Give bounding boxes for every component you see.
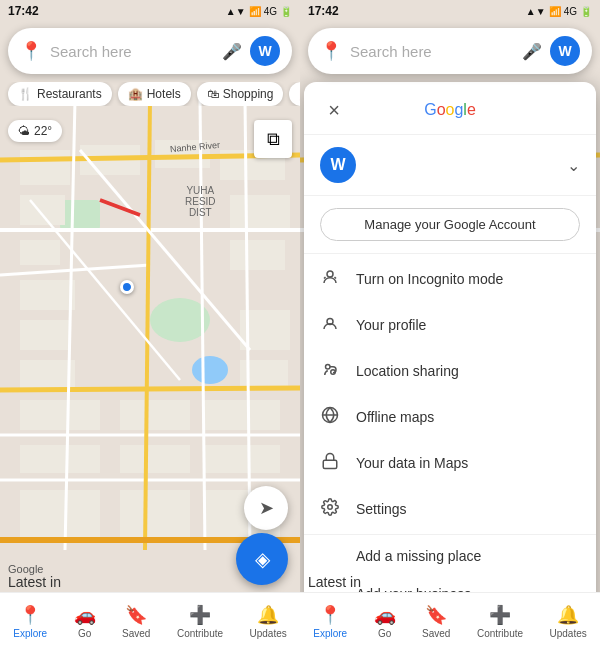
network-icon-left: ▲▼ (226, 6, 246, 17)
svg-rect-17 (20, 400, 100, 430)
svg-rect-4 (20, 150, 70, 185)
svg-point-1 (192, 356, 228, 384)
restaurants-icon: 🍴 (18, 87, 33, 101)
your-data-label: Your data in Maps (356, 455, 580, 471)
svg-rect-20 (20, 445, 100, 473)
modal-header: × Google (304, 82, 596, 135)
user-section: W ⌄ (304, 135, 596, 196)
search-bar-right[interactable]: 📍 Search here 🎤 W (308, 28, 592, 74)
navigate-icon: ➤ (259, 497, 274, 519)
menu-item-offline-maps[interactable]: Offline maps (304, 394, 596, 440)
status-icons-left: ▲▼ 📶 4G 🔋 (226, 6, 292, 17)
pill-gas[interactable]: ⛽ Gas (289, 82, 300, 106)
svg-point-55 (326, 365, 331, 370)
explore-icon-left: 📍 (19, 604, 41, 626)
menu-item-profile[interactable]: Your profile (304, 302, 596, 348)
svg-rect-12 (20, 280, 75, 310)
pill-shopping[interactable]: 🛍 Shopping (197, 82, 284, 106)
saved-icon-right: 🔖 (425, 604, 447, 626)
maps-pin-icon-right: 📍 (320, 40, 342, 62)
svg-point-59 (328, 505, 333, 510)
tab-explore-right[interactable]: 📍 Explore (313, 604, 347, 639)
network-type-left: 4G (264, 6, 277, 17)
weather-badge[interactable]: 🌤 22° (8, 120, 62, 142)
explore-label-left: Explore (13, 628, 47, 639)
weather-temp: 22° (34, 124, 52, 138)
category-pills: 🍴 Restaurants 🏨 Hotels 🛍 Shopping ⛽ Gas (0, 82, 300, 106)
navigate-button[interactable]: ➤ (244, 486, 288, 530)
maps-fab[interactable]: ◈ (236, 533, 288, 585)
battery-icon-left: 🔋 (280, 6, 292, 17)
tab-updates-left[interactable]: 🔔 Updates (250, 604, 287, 639)
svg-rect-58 (323, 460, 337, 468)
weather-icon: 🌤 (18, 124, 30, 138)
profile-label: Your profile (356, 317, 580, 333)
contribute-label-left: Contribute (177, 628, 223, 639)
tab-contribute-left[interactable]: ➕ Contribute (177, 604, 223, 639)
svg-rect-19 (205, 400, 280, 430)
maps-pin-icon: 📍 (20, 40, 42, 62)
hotels-icon: 🏨 (128, 87, 143, 101)
location-dot (120, 280, 134, 294)
svg-line-29 (0, 388, 300, 390)
tab-go-left[interactable]: 🚗 Go (74, 604, 96, 639)
svg-rect-14 (20, 360, 75, 388)
maps-fab-icon: ◈ (255, 547, 270, 571)
avatar-right[interactable]: W (550, 36, 580, 66)
time-right: 17:42 (308, 4, 339, 18)
latest-text-right: Latest in (308, 574, 361, 590)
svg-rect-10 (230, 195, 290, 230)
menu-item-settings[interactable]: Settings (304, 486, 596, 532)
right-modal-panel: 17:42 ▲▼ 📶 4G 🔋 📍 Search here 🎤 W × Goog… (300, 0, 600, 650)
pill-shopping-label: Shopping (223, 87, 274, 101)
search-input-left[interactable]: Search here (50, 43, 222, 60)
location-sharing-label: Location sharing (356, 363, 580, 379)
tab-updates-right[interactable]: 🔔 Updates (550, 604, 587, 639)
svg-rect-18 (120, 400, 190, 430)
svg-rect-13 (20, 320, 70, 350)
tab-saved-left[interactable]: 🔖 Saved (122, 604, 150, 639)
add-missing-place-item[interactable]: Add a missing place (304, 537, 596, 575)
status-bar-right: 17:42 ▲▼ 📶 4G 🔋 (300, 0, 600, 22)
menu-item-location-sharing[interactable]: Location sharing (304, 348, 596, 394)
time-left: 17:42 (8, 4, 39, 18)
google-logo-left: Google (8, 563, 43, 575)
updates-icon-right: 🔔 (557, 604, 579, 626)
chevron-down-icon[interactable]: ⌄ (567, 156, 580, 175)
location-sharing-icon (320, 360, 340, 382)
search-bar-left[interactable]: 📍 Search here 🎤 W (8, 28, 292, 74)
menu-divider-2 (304, 534, 596, 535)
tab-contribute-right[interactable]: ➕ Contribute (477, 604, 523, 639)
google-logo-modal: Google (424, 101, 476, 119)
manage-account-button[interactable]: Manage your Google Account (320, 208, 580, 241)
incognito-label: Turn on Incognito mode (356, 271, 580, 287)
network-icon-right: ▲▼ (526, 6, 546, 17)
contribute-label-right: Contribute (477, 628, 523, 639)
pill-restaurants[interactable]: 🍴 Restaurants (8, 82, 112, 106)
pill-hotels[interactable]: 🏨 Hotels (118, 82, 191, 106)
menu-item-your-data[interactable]: Your data in Maps (304, 440, 596, 486)
district-label-yuha: YUHARESIDDIST (185, 185, 216, 218)
layers-icon: ⧉ (267, 129, 280, 150)
go-icon-right: 🚗 (374, 604, 396, 626)
avatar-left[interactable]: W (250, 36, 280, 66)
menu-item-incognito[interactable]: Turn on Incognito mode (304, 256, 596, 302)
tab-saved-right[interactable]: 🔖 Saved (422, 604, 450, 639)
layers-button[interactable]: ⧉ (254, 120, 292, 158)
saved-icon-left: 🔖 (125, 604, 147, 626)
mic-icon-left[interactable]: 🎤 (222, 42, 242, 61)
bottom-bar-left: 📍 Explore 🚗 Go 🔖 Saved ➕ Contribute 🔔 Up… (0, 592, 300, 650)
tab-go-right[interactable]: 🚗 Go (374, 604, 396, 639)
mic-icon-right[interactable]: 🎤 (522, 42, 542, 61)
left-map-panel: Nanhe River YUHARESIDDIST 17:42 ▲▼ 📶 4G … (0, 0, 300, 650)
updates-label-right: Updates (550, 628, 587, 639)
settings-icon (320, 498, 340, 520)
bottom-bar-right: 📍 Explore 🚗 Go 🔖 Saved ➕ Contribute 🔔 Up… (300, 592, 600, 650)
svg-rect-8 (20, 195, 65, 225)
go-icon-left: 🚗 (74, 604, 96, 626)
offline-maps-label: Offline maps (356, 409, 580, 425)
tab-explore-left[interactable]: 📍 Explore (13, 604, 47, 639)
search-input-right[interactable]: Search here (350, 43, 522, 60)
svg-rect-3 (60, 200, 100, 230)
close-button[interactable]: × (320, 96, 348, 124)
